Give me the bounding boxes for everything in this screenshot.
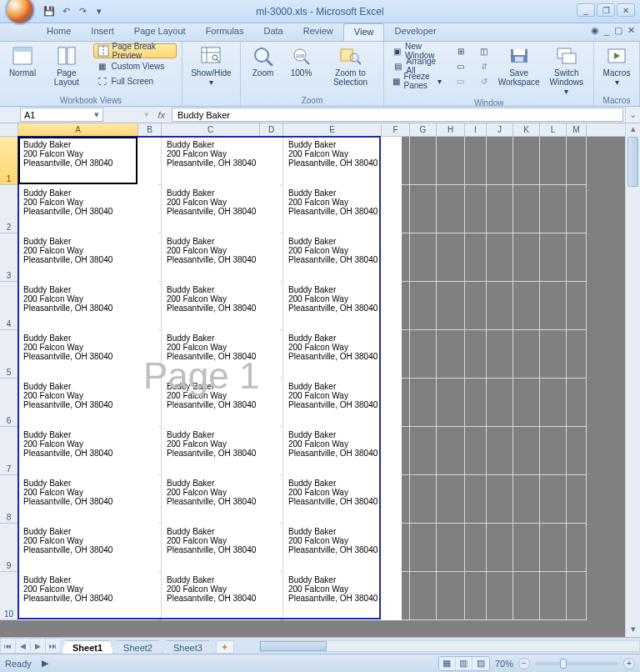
cell-C3[interactable]: Buddy Baker 200 Falcon Way Pleasantville… — [162, 233, 280, 282]
page-layout-button[interactable]: Page Layout — [43, 43, 90, 95]
col-header-B[interactable]: B — [138, 123, 162, 136]
cell-A8[interactable]: Buddy Baker 200 Falcon Way Pleasantville… — [18, 475, 158, 524]
tab-page-layout[interactable]: Page Layout — [124, 23, 196, 41]
select-all-corner[interactable] — [0, 123, 18, 137]
unhide-button[interactable]: ▭ — [452, 73, 470, 88]
zoom-100-button[interactable]: 100 100% — [284, 43, 319, 95]
zoom-slider[interactable] — [535, 662, 618, 665]
cell-C1[interactable]: Buddy Baker 200 Falcon Way Pleasantville… — [162, 137, 280, 185]
cell-A4[interactable]: Buddy Baker 200 Falcon Way Pleasantville… — [18, 282, 158, 330]
row-header-8[interactable]: 8 — [0, 475, 18, 524]
doc-close-button[interactable]: ✕ — [628, 25, 635, 36]
zoom-out-button[interactable]: − — [518, 658, 530, 669]
formula-bar-expand-button[interactable]: ⌄ — [625, 107, 640, 123]
tab-insert[interactable]: Insert — [81, 23, 124, 41]
sheet-prev-button[interactable]: ◀ — [15, 638, 30, 654]
sheet-first-button[interactable]: ⏮ — [0, 638, 15, 654]
horizontal-scrollbar[interactable] — [259, 638, 640, 654]
split-button[interactable]: ⊞ — [452, 43, 470, 58]
tab-review[interactable]: Review — [293, 23, 343, 41]
col-header-E[interactable]: E — [283, 123, 382, 136]
col-header-K[interactable]: K — [513, 123, 540, 136]
formula-bar[interactable]: Buddy Baker — [172, 108, 623, 122]
cell-E1[interactable]: Buddy Baker 200 Falcon Way Pleasantville… — [283, 137, 402, 185]
macros-button[interactable]: Macros ▾ — [599, 43, 634, 95]
col-header-M[interactable]: M — [567, 123, 587, 136]
sheet-tab-1[interactable]: Sheet1 — [62, 640, 113, 654]
zoom-button[interactable]: Zoom — [246, 43, 281, 95]
name-box-dropdown-icon[interactable]: ▾ — [94, 109, 99, 120]
sync-scroll-button[interactable]: ⇵ — [475, 58, 493, 73]
macro-record-button[interactable]: ▶ — [42, 658, 48, 669]
new-sheet-button[interactable]: ✦ — [216, 640, 234, 654]
cell-E6[interactable]: Buddy Baker 200 Falcon Way Pleasantville… — [283, 379, 402, 427]
cell-C6[interactable]: Buddy Baker 200 Falcon Way Pleasantville… — [162, 379, 280, 427]
custom-views-button[interactable]: ▦ Custom Views — [93, 58, 178, 73]
cells-container[interactable]: Buddy Baker 200 Falcon Way Pleasantville… — [18, 137, 587, 620]
scroll-down-button[interactable]: ▾ — [626, 624, 640, 637]
show-hide-button[interactable]: Show/Hide ▾ — [188, 43, 234, 95]
cell-C7[interactable]: Buddy Baker 200 Falcon Way Pleasantville… — [162, 427, 280, 475]
tab-view[interactable]: View — [343, 23, 385, 41]
row-header-3[interactable]: 3 — [0, 233, 18, 282]
sheet-tab-3[interactable]: Sheet3 — [162, 640, 213, 654]
cell-A1[interactable]: Buddy Baker 200 Falcon Way Pleasantville… — [18, 137, 158, 185]
cell-C9[interactable]: Buddy Baker 200 Falcon Way Pleasantville… — [162, 524, 280, 572]
tab-home[interactable]: Home — [37, 23, 81, 41]
fx-button[interactable]: fx — [158, 110, 165, 120]
hscroll-track[interactable] — [259, 640, 640, 652]
tab-data[interactable]: Data — [253, 23, 292, 41]
zoom-slider-knob[interactable] — [560, 659, 567, 669]
restore-button[interactable]: ❐ — [597, 3, 615, 17]
full-screen-button[interactable]: ⛶ Full Screen — [93, 73, 178, 88]
cell-C4[interactable]: Buddy Baker 200 Falcon Way Pleasantville… — [162, 282, 280, 330]
col-header-D[interactable]: D — [260, 123, 283, 136]
zoom-level-label[interactable]: 70% — [495, 659, 513, 669]
cell-E5[interactable]: Buddy Baker 200 Falcon Way Pleasantville… — [283, 330, 402, 379]
col-header-J[interactable]: J — [487, 123, 513, 136]
cell-E3[interactable]: Buddy Baker 200 Falcon Way Pleasantville… — [283, 233, 402, 282]
cell-A10[interactable]: Buddy Baker 200 Falcon Way Pleasantville… — [18, 572, 158, 620]
col-header-C[interactable]: C — [162, 123, 260, 136]
cell-C8[interactable]: Buddy Baker 200 Falcon Way Pleasantville… — [162, 475, 280, 524]
normal-shortcut-button[interactable]: ▦ — [439, 657, 456, 670]
cell-A7[interactable]: Buddy Baker 200 Falcon Way Pleasantville… — [18, 427, 158, 475]
cell-A5[interactable]: Buddy Baker 200 Falcon Way Pleasantville… — [18, 330, 158, 379]
row-header-9[interactable]: 9 — [0, 524, 18, 572]
col-header-H[interactable]: H — [437, 123, 465, 136]
zoom-in-button[interactable]: + — [623, 658, 635, 669]
col-header-F[interactable]: F — [382, 123, 410, 136]
vertical-scrollbar[interactable]: ▴ ▾ — [625, 123, 640, 637]
cell-E4[interactable]: Buddy Baker 200 Falcon Way Pleasantville… — [283, 282, 402, 330]
name-box[interactable]: A1 ▾ — [20, 108, 103, 122]
cell-C5[interactable]: Buddy Baker 200 Falcon Way Pleasantville… — [162, 330, 280, 379]
minimize-button[interactable]: _ — [577, 3, 595, 17]
office-button[interactable] — [5, 0, 35, 25]
row-header-2[interactable]: 2 — [0, 185, 18, 233]
scroll-up-button[interactable]: ▴ — [626, 123, 640, 137]
col-header-L[interactable]: L — [540, 123, 567, 136]
cell-E2[interactable]: Buddy Baker 200 Falcon Way Pleasantville… — [283, 185, 402, 233]
cell-A2[interactable]: Buddy Baker 200 Falcon Way Pleasantville… — [18, 185, 158, 233]
cell-E7[interactable]: Buddy Baker 200 Falcon Way Pleasantville… — [283, 427, 402, 475]
save-workspace-button[interactable]: Save Workspace — [497, 43, 542, 98]
cell-C10[interactable]: Buddy Baker 200 Falcon Way Pleasantville… — [162, 572, 280, 620]
freeze-panes-button[interactable]: ▦Freeze Panes ▾ — [389, 73, 444, 88]
cell-E10[interactable]: Buddy Baker 200 Falcon Way Pleasantville… — [283, 572, 402, 620]
doc-restore-button[interactable]: ▢ — [614, 25, 622, 36]
zoom-selection-button[interactable]: Zoom to Selection — [322, 43, 379, 95]
switch-windows-button[interactable]: Switch Windows ▾ — [545, 43, 588, 98]
sheet-last-button[interactable]: ⏭ — [45, 638, 60, 654]
row-header-1[interactable]: 1 — [0, 137, 18, 185]
page-layout-shortcut-button[interactable]: ▥ — [456, 657, 472, 670]
cell-A3[interactable]: Buddy Baker 200 Falcon Way Pleasantville… — [18, 233, 158, 282]
dropdown-icon[interactable]: ▾ — [144, 109, 149, 120]
tab-formulas[interactable]: Formulas — [196, 23, 254, 41]
hscroll-thumb[interactable] — [260, 641, 327, 651]
scroll-thumb[interactable] — [628, 137, 638, 187]
hide-button[interactable]: ▭ — [452, 58, 470, 73]
col-header-G[interactable]: G — [410, 123, 437, 136]
sheet-tab-2[interactable]: Sheet2 — [112, 640, 163, 654]
row-header-4[interactable]: 4 — [0, 282, 18, 330]
help-button[interactable]: ◉ — [591, 25, 599, 36]
